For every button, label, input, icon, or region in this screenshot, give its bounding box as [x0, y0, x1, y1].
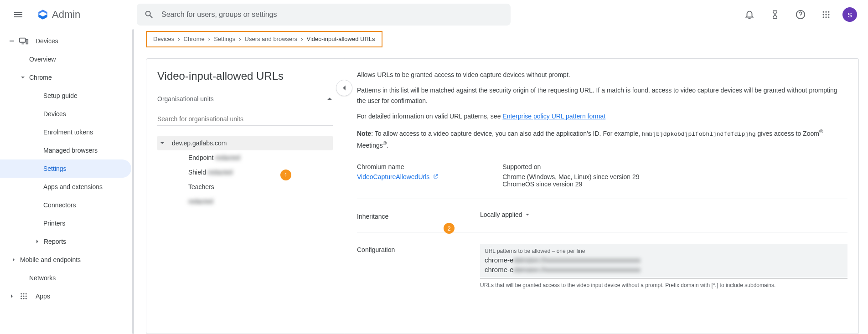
chevron-up-icon	[326, 96, 333, 102]
sidebar-item-label: Mobile and endpoints	[20, 256, 81, 263]
sidebar-item-label: Devices	[36, 37, 58, 45]
svg-point-15	[21, 296, 22, 297]
page-title: Video-input-allowed URLs	[146, 70, 344, 92]
sidebar-item-apps-extensions[interactable]: Apps and extensions	[0, 178, 131, 196]
notifications-button[interactable]	[740, 5, 759, 24]
sidebar-item-label: Managed browsers	[43, 147, 98, 154]
chevron-right-icon	[11, 257, 16, 262]
hourglass-button[interactable]	[766, 5, 784, 24]
svg-point-4	[823, 14, 824, 15]
svg-point-19	[23, 298, 25, 299]
sidebar-item-enrolment-tokens[interactable]: Enrolment tokens	[0, 123, 131, 141]
sidebar-item-label: Settings	[43, 165, 67, 172]
chromium-name-link[interactable]: VideoCaptureAllowedUrls	[357, 173, 439, 180]
inheritance-row: Inheritance Locally applied 2	[357, 199, 847, 232]
sidebar-item-label: Networks	[29, 274, 56, 282]
inheritance-label: Inheritance	[357, 211, 480, 220]
collapse-icon	[9, 38, 15, 44]
crumb-devices[interactable]: Devices	[153, 36, 174, 42]
ou-section-header[interactable]: Organisational units	[146, 92, 344, 108]
callout-badge-2: 2	[444, 223, 455, 234]
config-help-text: URLs that will be granted access to the …	[480, 282, 847, 288]
svg-point-7	[823, 16, 824, 18]
app-name: Admin	[52, 9, 80, 21]
policy-description-2: Patterns in this list will be matched ag…	[357, 85, 847, 106]
sidebar-item-connectors[interactable]: Connectors	[0, 196, 131, 214]
sidebar-item-label: Apps and extensions	[43, 183, 103, 190]
redacted-text: redacted	[208, 169, 232, 176]
config-placeholder-label: URL patterns to be allowed – one per lin…	[485, 248, 843, 254]
svg-point-16	[23, 296, 25, 297]
ou-item-label: dev.ep.gatlabs.com	[172, 139, 227, 147]
sidebar-item-label: Enrolment tokens	[43, 128, 93, 136]
svg-point-14	[26, 293, 27, 294]
ou-item-shield[interactable]: Shield redacted	[157, 165, 333, 180]
apps-launcher-button[interactable]	[817, 5, 835, 24]
sidebar-item-label: Overview	[29, 56, 56, 63]
inheritance-dropdown[interactable]: Locally applied	[480, 211, 847, 218]
svg-point-13	[23, 293, 25, 294]
url-patterns-textarea[interactable]: URL patterns to be allowed – one per lin…	[480, 244, 847, 278]
svg-point-2	[825, 11, 827, 13]
svg-point-20	[26, 298, 27, 299]
content-panels: Video-input-allowed URLs Organisational …	[137, 49, 868, 334]
ou-search-input[interactable]	[157, 113, 333, 126]
search-input[interactable]	[161, 10, 503, 19]
chevron-down-icon	[160, 141, 167, 145]
sidebar-item-chrome-devices[interactable]: Devices	[0, 105, 131, 123]
crumb-chrome[interactable]: Chrome	[184, 36, 205, 42]
svg-point-3	[828, 11, 829, 13]
crumb-settings[interactable]: Settings	[214, 36, 235, 42]
ou-item-root[interactable]: dev.ep.gatlabs.com	[157, 136, 333, 150]
supported-line: ChromeOS since version 29	[502, 180, 639, 188]
sidebar-item-setup-guide[interactable]: Setup guide	[0, 87, 131, 105]
sidebar-item-apps[interactable]: Apps	[0, 287, 131, 305]
config-line: chrome-extension://xxxxxxxxxxxxxxxxxxxxx…	[485, 265, 843, 274]
sidebar-item-chrome[interactable]: Chrome	[0, 68, 131, 87]
sidebar-item-printers[interactable]: Printers	[0, 214, 131, 232]
sidebar-item-networks[interactable]: Networks	[9, 269, 131, 287]
ou-header-label: Organisational units	[157, 95, 214, 103]
sidebar-item-settings[interactable]: Settings	[0, 159, 131, 178]
search-icon	[144, 10, 154, 20]
configuration-label: Configuration	[357, 244, 480, 288]
supported-line: Chrome (Windows, Mac, Linux) since versi…	[502, 173, 639, 180]
chevron-right-icon: ›	[178, 36, 180, 42]
account-avatar[interactable]: S	[842, 7, 857, 22]
sidebar-item-label: Connectors	[43, 201, 76, 209]
app-logo[interactable]: Admin	[36, 8, 80, 21]
chevron-right-icon: ›	[208, 36, 210, 42]
chevron-down-icon	[525, 212, 530, 217]
chevron-down-icon	[20, 75, 26, 80]
main-menu-button[interactable]	[7, 4, 29, 26]
supported-on-label: Supported on	[502, 163, 639, 170]
sidebar-item-label: Apps	[36, 293, 50, 300]
sidebar-item-label: Chrome	[29, 74, 52, 81]
chevron-right-icon	[35, 239, 40, 244]
configuration-row: Configuration URL patterns to be allowed…	[357, 232, 847, 300]
svg-point-9	[828, 16, 829, 18]
policy-description-1: Allows URLs to be granted access to vide…	[357, 70, 847, 80]
svg-point-17	[26, 296, 27, 297]
devices-icon	[18, 36, 29, 46]
ou-item-teachers[interactable]: Teachers	[157, 180, 333, 194]
sidebar-item-reports[interactable]: Reports	[0, 232, 131, 251]
policy-note: Note: To allow access to a video capture…	[357, 127, 847, 151]
svg-point-5	[825, 14, 827, 15]
sidebar-item-label: Setup guide	[43, 92, 78, 99]
ou-item-endpoint[interactable]: Endpoint redacted	[157, 150, 333, 165]
policy-url-pattern-link[interactable]: Enterprise policy URL pattern format	[502, 113, 605, 120]
svg-point-18	[21, 298, 22, 299]
help-button[interactable]	[791, 5, 810, 24]
header-actions: S	[740, 5, 861, 24]
crumb-users-browsers[interactable]: Users and browsers	[245, 36, 298, 42]
crumb-current: Video-input-allowed URLs	[306, 36, 375, 42]
sidebar-item-devices[interactable]: Devices	[0, 32, 131, 50]
sidebar-item-managed-browsers[interactable]: Managed browsers	[0, 141, 131, 159]
sidebar-item-mobile-endpoints[interactable]: Mobile and endpoints	[0, 251, 131, 269]
sidebar-resize-handle[interactable]	[132, 29, 134, 334]
ou-item-redacted[interactable]: redacted	[157, 194, 333, 209]
global-search[interactable]	[137, 4, 511, 26]
sidebar-item-overview[interactable]: Overview	[9, 50, 131, 68]
collapse-left-panel-button[interactable]	[336, 80, 352, 96]
